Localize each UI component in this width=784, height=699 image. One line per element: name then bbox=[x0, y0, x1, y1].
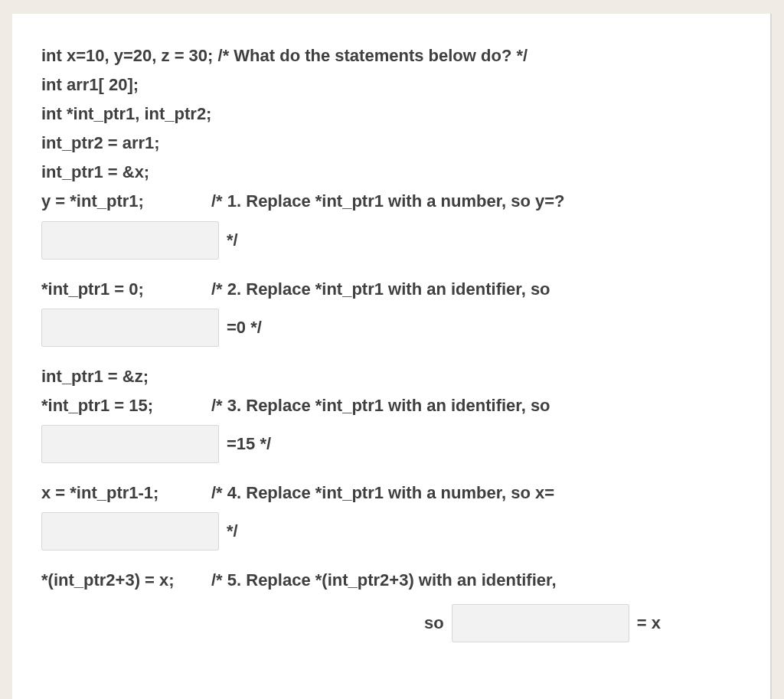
code-line-3: int *int_ptr1, int_ptr2; bbox=[41, 101, 743, 127]
q3-answer-input[interactable] bbox=[41, 425, 219, 463]
q1-code: y = *int_ptr1; bbox=[41, 188, 211, 214]
q1-blank-row: */ bbox=[41, 221, 743, 260]
q5-comment: /* 5. Replace *(int_ptr2+3) with an iden… bbox=[211, 567, 743, 593]
q4-blank-row: */ bbox=[41, 512, 743, 550]
q3-after: =15 */ bbox=[227, 431, 271, 457]
code-line-4: int_ptr2 = arr1; bbox=[41, 130, 743, 156]
document-page: int x=10, y=20, z = 30; /* What do the s… bbox=[12, 14, 772, 699]
q3-code: *int_ptr1 = 15; bbox=[41, 393, 211, 419]
q4-after: */ bbox=[227, 518, 238, 544]
q3-row: *int_ptr1 = 15; /* 3. Replace *int_ptr1 … bbox=[41, 393, 743, 419]
q1-answer-input[interactable] bbox=[41, 221, 219, 260]
q5-blank-row: so = x bbox=[424, 604, 743, 642]
q2-comment: /* 2. Replace *int_ptr1 with an identifi… bbox=[211, 276, 743, 302]
q4-answer-input[interactable] bbox=[41, 512, 219, 550]
q3-precode: int_ptr1 = &z; bbox=[41, 364, 743, 390]
q5-answer-input[interactable] bbox=[452, 604, 629, 642]
code-line-5: int_ptr1 = &x; bbox=[41, 159, 743, 185]
q5-eq: = x bbox=[637, 610, 661, 636]
q5-code: *(int_ptr2+3) = x; bbox=[41, 567, 211, 593]
page-right-edge bbox=[770, 14, 772, 699]
q3-comment: /* 3. Replace *int_ptr1 with an identifi… bbox=[211, 393, 743, 419]
q1-after: */ bbox=[227, 227, 238, 253]
q4-row: x = *int_ptr1-1; /* 4. Replace *int_ptr1… bbox=[41, 480, 743, 506]
q5-so: so bbox=[424, 610, 444, 636]
q1-row: y = *int_ptr1; /* 1. Replace *int_ptr1 w… bbox=[41, 188, 743, 214]
code-line-1: int x=10, y=20, z = 30; /* What do the s… bbox=[41, 43, 743, 69]
q4-comment: /* 4. Replace *int_ptr1 with a number, s… bbox=[211, 480, 743, 506]
q2-blank-row: =0 */ bbox=[41, 309, 743, 347]
q5-row: *(int_ptr2+3) = x; /* 5. Replace *(int_p… bbox=[41, 567, 743, 593]
code-line-2: int arr1[ 20]; bbox=[41, 72, 743, 98]
q3-blank-row: =15 */ bbox=[41, 425, 743, 463]
q2-after: =0 */ bbox=[227, 315, 262, 341]
q2-row: *int_ptr1 = 0; /* 2. Replace *int_ptr1 w… bbox=[41, 276, 743, 302]
q4-code: x = *int_ptr1-1; bbox=[41, 480, 211, 506]
q2-code: *int_ptr1 = 0; bbox=[41, 276, 211, 302]
q2-answer-input[interactable] bbox=[41, 309, 219, 347]
q1-comment: /* 1. Replace *int_ptr1 with a number, s… bbox=[211, 188, 743, 214]
